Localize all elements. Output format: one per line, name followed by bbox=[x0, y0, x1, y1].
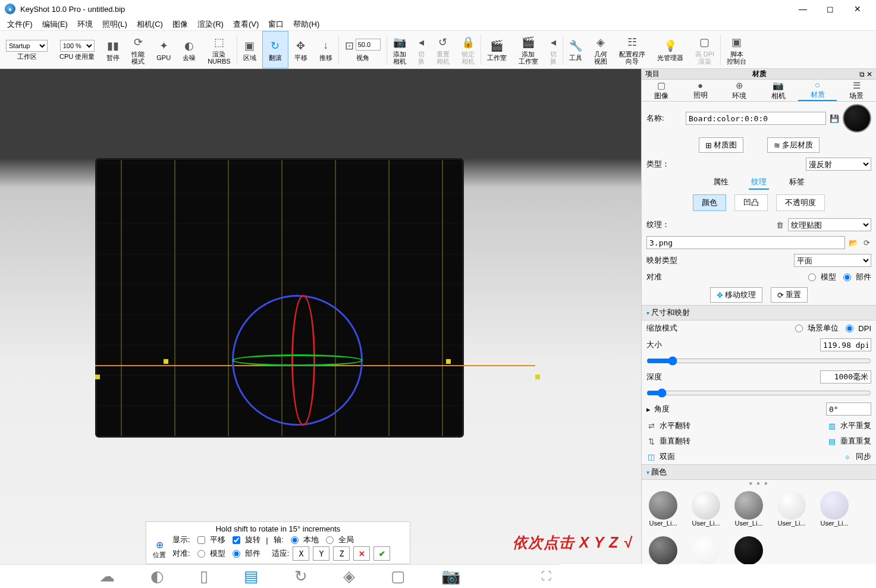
drag-handle-icon[interactable]: ● ● ● bbox=[642, 480, 876, 486]
tab-scene[interactable]: ☰场景 bbox=[837, 80, 876, 101]
vrepeat-icon[interactable]: ▤ bbox=[827, 437, 837, 446]
geom-view-button[interactable]: ◈几何 视图 bbox=[588, 31, 613, 68]
sync-icon[interactable]: ⟐ bbox=[843, 452, 852, 461]
menu-file[interactable]: 文件(F) bbox=[2, 19, 37, 30]
workspace-select[interactable]: Startup bbox=[6, 40, 48, 52]
btab-color[interactable]: ◐ bbox=[150, 567, 164, 586]
gizmo-ring-y[interactable] bbox=[232, 354, 363, 366]
subtab-label[interactable]: 标签 bbox=[787, 175, 807, 190]
align-model-radio[interactable] bbox=[197, 550, 205, 558]
denoise-button[interactable]: ◐去噪 bbox=[177, 31, 202, 68]
gpu-button[interactable]: ✦GPU bbox=[150, 31, 177, 68]
tools-button[interactable]: 🔧工具 bbox=[563, 31, 588, 68]
fit-x-button[interactable]: X bbox=[293, 546, 309, 561]
mat-item[interactable] bbox=[646, 536, 680, 564]
fit-y-button[interactable]: Y bbox=[313, 546, 329, 561]
texture-file-input[interactable] bbox=[646, 236, 845, 249]
material-preview-swatch[interactable] bbox=[843, 104, 871, 133]
nurbs-button[interactable]: ⬚渲染 NURBS bbox=[202, 31, 237, 68]
type-select[interactable]: 漫反射 bbox=[806, 158, 871, 171]
panel-undock-icon[interactable]: ⧉ bbox=[859, 70, 865, 78]
texture-type-select[interactable]: 纹理贴图 bbox=[788, 218, 871, 231]
angle-input[interactable] bbox=[826, 403, 871, 416]
section-size-mapping[interactable]: 尺寸和映射 bbox=[642, 305, 876, 320]
region-button[interactable]: ▣区域 bbox=[237, 31, 262, 68]
multilayer-button[interactable]: ≋多层材质 bbox=[767, 137, 820, 153]
scale-scene-radio[interactable] bbox=[795, 325, 803, 332]
tab-lighting[interactable]: ●照明 bbox=[681, 80, 720, 101]
subtab-texture[interactable]: 纹理 bbox=[749, 175, 769, 190]
align-model-radio[interactable] bbox=[808, 273, 816, 281]
menu-image[interactable]: 图像 bbox=[168, 19, 193, 30]
gizmo-handle[interactable] bbox=[95, 375, 100, 379]
btab-library[interactable]: ▯ bbox=[200, 567, 208, 586]
tab-environment[interactable]: ⊕环境 bbox=[720, 80, 759, 101]
fit-z-button[interactable]: Z bbox=[333, 546, 350, 561]
position-icon[interactable]: ⊕位置 bbox=[151, 539, 168, 556]
angle-expand-icon[interactable]: ▸ bbox=[646, 405, 651, 414]
menu-view[interactable]: 查看(V) bbox=[228, 19, 263, 30]
scale-dpi-radio[interactable] bbox=[846, 325, 853, 332]
panel-close-icon[interactable]: ✕ bbox=[866, 70, 872, 78]
gizmo-handle[interactable] bbox=[446, 359, 451, 364]
depth-input[interactable] bbox=[820, 370, 871, 383]
depth-slider[interactable] bbox=[646, 388, 871, 398]
hflip-icon[interactable]: ⇄ bbox=[646, 422, 656, 430]
hrepeat-icon[interactable]: ▥ bbox=[827, 422, 837, 430]
move-texture-button[interactable]: ✥移动纹理 bbox=[710, 287, 762, 303]
gizmo-handle[interactable] bbox=[164, 359, 168, 364]
axis-local-radio[interactable] bbox=[291, 536, 299, 544]
btab-animation[interactable]: ↻ bbox=[294, 567, 307, 586]
btab-project[interactable]: ▤ bbox=[244, 567, 259, 586]
size-slider[interactable] bbox=[646, 356, 871, 366]
save-icon[interactable]: 💾 bbox=[830, 114, 839, 123]
twoside-icon[interactable]: ◫ bbox=[646, 452, 656, 461]
tab-image[interactable]: ▢图像 bbox=[642, 80, 681, 101]
browse-icon[interactable]: 📂 bbox=[849, 238, 858, 247]
align-part-radio[interactable] bbox=[843, 273, 851, 281]
show-pan-check[interactable] bbox=[197, 536, 205, 544]
gizmo-handle[interactable] bbox=[535, 375, 540, 379]
mat-item[interactable]: User_Li... bbox=[689, 491, 723, 527]
viewport-3d[interactable]: 依次点击 X Y Z √ Hold shift to rotate in 15°… bbox=[0, 69, 641, 564]
mat-item[interactable]: User_Li... bbox=[646, 491, 680, 527]
channel-opacity[interactable]: 不透明度 bbox=[776, 194, 825, 211]
mat-item[interactable]: User_Li... bbox=[818, 491, 851, 527]
btab-render[interactable]: ◈ bbox=[343, 567, 355, 586]
mapping-select[interactable]: 平面 bbox=[794, 254, 871, 267]
confirm-button[interactable]: ✔ bbox=[373, 546, 390, 561]
tab-camera[interactable]: 📷相机 bbox=[759, 80, 798, 101]
fullscreen-icon[interactable]: ⛶ bbox=[541, 570, 552, 583]
axis-global-radio[interactable] bbox=[326, 536, 334, 544]
channel-color[interactable]: 颜色 bbox=[693, 194, 726, 211]
mat-item[interactable] bbox=[689, 536, 723, 564]
subtab-properties[interactable]: 属性 bbox=[711, 175, 731, 190]
material-name-input[interactable] bbox=[686, 112, 826, 125]
tumble-button[interactable]: ↻翻滚 bbox=[262, 31, 288, 68]
dolly-button[interactable]: ↓推移 bbox=[313, 31, 338, 68]
menu-environment[interactable]: 环境 bbox=[73, 19, 98, 30]
zoom-select[interactable]: 100 % bbox=[60, 40, 95, 52]
config-wizard-button[interactable]: ☷配置程序 向导 bbox=[613, 31, 651, 68]
tab-material[interactable]: ○材质 bbox=[798, 80, 837, 101]
reset-button[interactable]: ⟳重置 bbox=[771, 287, 808, 303]
pause-button[interactable]: ▮▮暂停 bbox=[101, 31, 125, 68]
close-button[interactable]: ✕ bbox=[844, 0, 871, 18]
light-manager-button[interactable]: 💡光管理器 bbox=[651, 31, 689, 68]
pan-button[interactable]: ✥平移 bbox=[288, 31, 313, 68]
menu-window[interactable]: 窗口 bbox=[263, 19, 288, 30]
studio-button[interactable]: 🎬工作室 bbox=[481, 31, 513, 68]
delete-texture-icon[interactable]: 🗑 bbox=[775, 221, 784, 229]
btab-screenshot[interactable]: 📷 bbox=[441, 567, 460, 586]
menu-edit[interactable]: 编辑(E) bbox=[37, 19, 73, 30]
maximize-button[interactable]: ◻ bbox=[817, 0, 844, 18]
show-rot-check[interactable] bbox=[233, 536, 240, 544]
material-graph-button[interactable]: ⊞材质图 bbox=[699, 137, 743, 153]
menu-render[interactable]: 渲染(R) bbox=[193, 19, 228, 30]
refresh-icon[interactable]: ⟳ bbox=[862, 238, 871, 247]
panel-project-label[interactable]: 项目 bbox=[645, 69, 660, 79]
cancel-button[interactable]: ✕ bbox=[353, 546, 370, 561]
minimize-button[interactable]: — bbox=[789, 0, 817, 18]
btab-cloud[interactable]: ☁ bbox=[99, 567, 115, 586]
menu-help[interactable]: 帮助(H) bbox=[288, 19, 324, 30]
